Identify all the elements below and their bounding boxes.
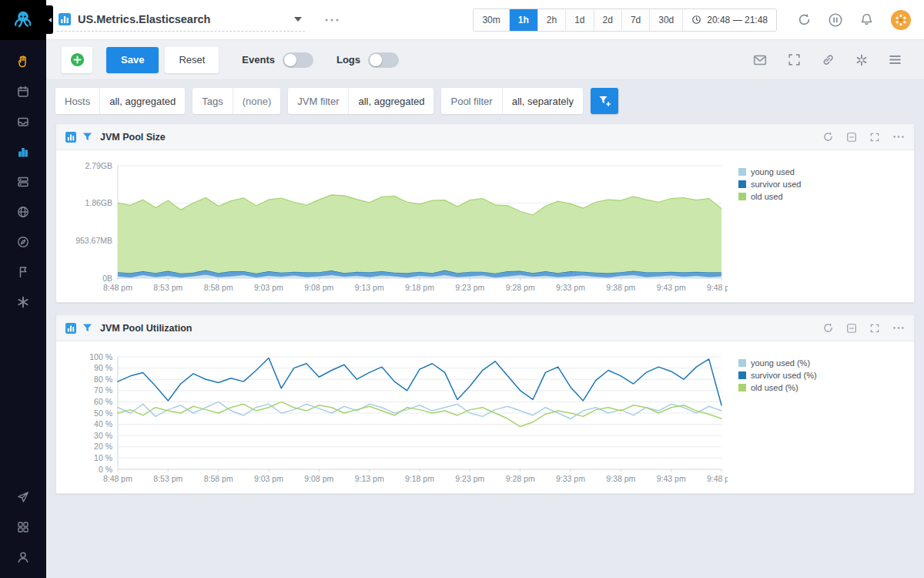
time-range-picker: 30m 1h 2h 1d 2d 7d 30d 20:48 — 21:48 [473,8,777,32]
gear-icon[interactable] [855,53,869,67]
panel-collapse-icon[interactable] [846,132,857,143]
fullscreen-icon[interactable] [787,52,802,67]
panel-title: JVM Pool Utilization [100,323,192,334]
globe-icon [16,205,30,219]
sidebar-item-synthetics[interactable] [0,197,46,227]
app-root: US.Metrics.Elasticsearch 30m 1h 2h 1d 2d… [0,0,924,494]
filter-chip-hosts[interactable]: Hosts all, aggregated [55,88,185,114]
menu-hamburger-icon[interactable] [888,52,902,67]
panel-jvm-pool-utilization: JVM Pool Utilization [55,314,915,494]
svg-text:9:03 pm: 9:03 pm [254,283,283,292]
sidebar-item-getting-started[interactable] [0,46,46,76]
hand-icon [16,55,30,69]
sidebar-item-inbox[interactable] [0,106,46,136]
sidebar-item-reports[interactable] [0,257,46,287]
svg-text:8:58 pm: 8:58 pm [204,474,233,483]
legend-label: survivor used [751,180,801,189]
svg-text:0 %: 0 % [99,465,112,474]
share-link-icon[interactable] [821,52,835,67]
sidebar-item-integrations[interactable] [0,512,46,542]
reset-button[interactable]: Reset [165,47,219,73]
time-range-7d[interactable]: 7d [621,9,649,31]
time-range-30m[interactable]: 30m [474,9,508,31]
svg-text:9:48 pm: 9:48 pm [707,283,728,292]
chart-legend: young used (%)survivor used (%)old used … [728,348,817,490]
jvm-pool-utilization-chart[interactable]: 0 %10 %20 %30 %40 %50 %60 %70 %80 %90 %1… [58,348,728,490]
svg-text:90 %: 90 % [94,363,112,372]
notifications-bell-icon[interactable] [859,12,874,27]
legend-item[interactable]: old used (%) [738,383,817,392]
time-range-2d[interactable]: 2d [594,9,621,31]
chevron-down-icon [294,17,302,22]
panel-fullscreen-icon[interactable] [869,323,880,334]
grid-icon [16,520,30,534]
legend-item[interactable]: young used [738,167,801,176]
add-component-button[interactable] [62,47,92,73]
save-button[interactable]: Save [106,47,159,73]
legend-item[interactable]: young used (%) [738,358,817,368]
panel-fullscreen-icon[interactable] [869,132,880,143]
toggle-knob [370,54,382,66]
email-report-icon[interactable] [752,52,768,68]
legend-item[interactable]: survivor used [738,180,801,189]
events-toggle[interactable] [283,52,313,68]
dashboard-selector[interactable]: US.Metrics.Elasticsearch [57,8,305,32]
sidebar-item-infrastructure[interactable] [0,166,46,197]
legend-label: young used (%) [751,358,810,368]
sidebar-item-events[interactable] [0,76,46,106]
app-logo[interactable] [0,0,46,40]
svg-text:10 %: 10 % [94,453,112,462]
add-filter-button[interactable] [591,88,618,114]
more-options-icon[interactable] [323,12,340,28]
sidebar-item-invite[interactable] [0,482,46,512]
time-range-2h[interactable]: 2h [537,9,565,31]
sidebar [0,0,46,578]
svg-text:80 %: 80 % [94,375,112,384]
jvm-pool-size-chart[interactable]: 0B953.67MB1.86GB2.79GB8:48 pm8:53 pm8:58… [58,156,728,299]
legend-swatch [738,193,746,200]
legend-swatch [738,384,746,391]
refresh-button[interactable] [797,12,812,27]
time-range-1h[interactable]: 1h [509,9,537,31]
avatar[interactable] [890,9,912,31]
sidebar-item-dashboards[interactable] [0,136,46,166]
panel-refresh-icon[interactable] [822,322,834,334]
panel-collapse-icon[interactable] [846,323,857,334]
time-range-30d[interactable]: 30d [649,9,682,31]
logs-toggle[interactable] [368,52,399,68]
sidebar-item-discovery[interactable] [0,227,46,257]
filter-chip-jvm[interactable]: JVM filter all, aggregated [288,88,434,114]
filter-chip-pool[interactable]: Pool filter all, separately [441,88,582,114]
svg-text:8:58 pm: 8:58 pm [204,283,233,292]
legend-item[interactable]: survivor used (%) [738,371,817,380]
custom-time-range[interactable]: 20:48 — 21:48 [682,9,776,31]
filter-bar: Hosts all, aggregated Tags (none) JVM fi… [55,88,915,114]
legend-item[interactable]: old used [738,192,801,201]
svg-text:40 %: 40 % [94,419,112,428]
filter-chip-tags[interactable]: Tags (none) [192,88,280,114]
sidebar-item-settings[interactable] [0,287,46,317]
funnel-icon[interactable] [82,132,92,142]
time-range-display: 20:48 — 21:48 [707,15,768,25]
pause-refresh-button[interactable] [828,12,843,28]
filter-label: Hosts [55,88,100,114]
bar-chart-icon [16,145,30,159]
panel-refresh-icon[interactable] [822,131,834,143]
topbar: US.Metrics.Elasticsearch 30m 1h 2h 1d 2d… [46,0,924,40]
svg-text:9:23 pm: 9:23 pm [455,474,484,483]
svg-text:9:13 pm: 9:13 pm [355,474,384,483]
svg-text:60 %: 60 % [94,397,112,406]
svg-text:50 %: 50 % [94,408,112,418]
svg-text:2.79GB: 2.79GB [85,161,112,170]
svg-text:100 %: 100 % [89,352,112,361]
legend-swatch [738,371,746,379]
sidebar-collapse-tab[interactable] [46,5,53,34]
panel-more-icon[interactable] [892,326,905,330]
panel-more-icon[interactable] [892,135,905,139]
funnel-icon[interactable] [82,323,92,333]
flag-icon [16,265,30,279]
time-range-1d[interactable]: 1d [565,9,593,31]
sidebar-item-account[interactable] [0,542,46,572]
asterisk-icon [16,295,30,309]
filter-value: all, aggregated [349,88,434,114]
